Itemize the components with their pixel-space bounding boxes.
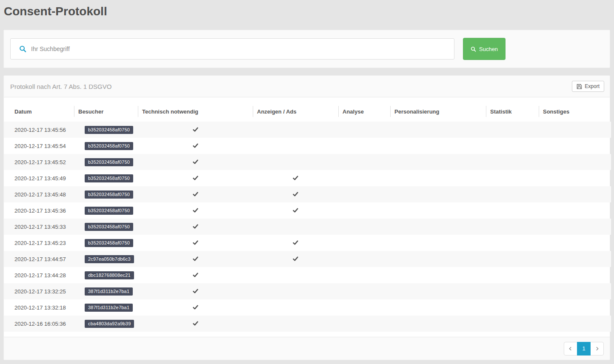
consent-cell-personalisierung (390, 316, 486, 332)
consent-cell-technisch-notwendig (138, 316, 253, 332)
consent-cell-personalisierung (390, 122, 486, 138)
row-date: 2020-12-17 13:45:48 (4, 186, 74, 202)
consent-cell-anzeigen-ads (253, 251, 338, 267)
check-icon (193, 143, 198, 148)
col-header-anzeigen-ads: Anzeigen / Ads (253, 103, 338, 122)
row-visitor-cell: b352032458af0750 (74, 235, 138, 251)
row-visitor-cell: b352032458af0750 (74, 186, 138, 202)
check-icon (193, 176, 198, 180)
consent-cell-anzeigen-ads (253, 267, 338, 283)
consent-cell-analyse (338, 299, 390, 316)
consent-cell-analyse (338, 186, 390, 202)
consent-cell-technisch-notwendig (138, 138, 253, 154)
table-row: 2020-12-17 13:45:33 b352032458af0750 (4, 219, 611, 235)
table-row: 2020-12-17 13:45:48 b352032458af0750 (4, 186, 611, 202)
consent-cell-analyse (338, 316, 390, 332)
table-row: 2020-12-17 13:44:28 dbc182768808ec21 (4, 267, 611, 283)
consent-cell-personalisierung (390, 202, 486, 219)
visitor-badge: b352032458af0750 (85, 207, 133, 215)
check-icon (193, 321, 198, 326)
consent-cell-anzeigen-ads (253, 170, 338, 186)
pagination: 1 (564, 342, 604, 355)
table-row: 2020-12-17 13:45:54 b352032458af0750 (4, 138, 611, 154)
chevron-right-icon (594, 346, 600, 351)
consent-cell-technisch-notwendig (138, 219, 253, 235)
consent-cell-statistik (486, 170, 539, 186)
consent-cell-statistik (486, 219, 539, 235)
col-header-sonstiges: Sonstiges (539, 103, 611, 122)
row-visitor-cell: b352032458af0750 (74, 154, 138, 170)
consent-cell-anzeigen-ads (253, 235, 338, 251)
consent-cell-personalisierung (390, 251, 486, 267)
row-date: 2020-12-17 13:44:57 (4, 251, 74, 267)
consent-cell-analyse (338, 283, 390, 299)
search-input[interactable] (10, 38, 454, 60)
consent-cell-statistik (486, 202, 539, 219)
search-button[interactable]: Suchen (463, 38, 505, 60)
check-icon (193, 192, 198, 196)
table-row: 2020-12-17 13:44:57 2c97ea050b7db6c3 (4, 251, 611, 267)
row-date: 2020-12-17 13:44:28 (4, 267, 74, 283)
consent-cell-technisch-notwendig (138, 202, 253, 219)
consent-cell-analyse (338, 235, 390, 251)
search-panel: Suchen (3, 30, 610, 68)
row-visitor-cell: 387f1d311b2e7ba1 (74, 283, 138, 299)
row-visitor-cell: 2c97ea050b7db6c3 (74, 251, 138, 267)
consent-cell-technisch-notwendig (138, 154, 253, 170)
table-row: 2020-12-17 13:32:18 387f1d311b2e7ba1 (4, 299, 611, 316)
visitor-badge: dbc182768808ec21 (85, 271, 134, 279)
consent-cell-technisch-notwendig (138, 283, 253, 299)
consent-cell-sonstiges (539, 138, 611, 154)
pagination-page-1-button[interactable]: 1 (577, 342, 591, 355)
consent-cell-personalisierung (390, 138, 486, 154)
consent-cell-sonstiges (539, 267, 611, 283)
consent-cell-technisch-notwendig (138, 122, 253, 138)
consent-cell-statistik (486, 235, 539, 251)
consent-cell-technisch-notwendig (138, 251, 253, 267)
check-icon (193, 305, 198, 310)
consent-cell-sonstiges (539, 299, 611, 316)
consent-cell-anzeigen-ads (253, 154, 338, 170)
row-visitor-cell: b352032458af0750 (74, 138, 138, 154)
consent-cell-statistik (486, 154, 539, 170)
consent-cell-analyse (338, 251, 390, 267)
consent-cell-sonstiges (539, 186, 611, 202)
consent-cell-statistik (486, 138, 539, 154)
pagination-prev-button[interactable] (564, 342, 577, 355)
visitor-badge: b352032458af0750 (85, 126, 133, 134)
consent-cell-statistik (486, 186, 539, 202)
row-date: 2020-12-17 13:45:49 (4, 170, 74, 186)
visitor-badge: b352032458af0750 (85, 239, 133, 247)
visitor-badge: b352032458af0750 (85, 142, 133, 150)
table-row: 2020-12-17 13:45:23 b352032458af0750 (4, 235, 611, 251)
col-header-statistik: Statistik (486, 103, 539, 122)
protocol-panel-header: Protokoll nach Art. 7 Abs. 1 DSGVO Expor… (4, 76, 610, 97)
check-icon (293, 176, 298, 180)
consent-cell-anzeigen-ads (253, 219, 338, 235)
pagination-next-button[interactable] (590, 342, 604, 355)
consent-cell-sonstiges (539, 316, 611, 332)
visitor-badge: b352032458af0750 (85, 158, 133, 166)
row-date: 2020-12-17 13:45:36 (4, 202, 74, 219)
col-header-besucher: Besucher (74, 103, 138, 122)
consent-cell-statistik (486, 283, 539, 299)
check-icon (193, 273, 198, 277)
consent-cell-technisch-notwendig (138, 267, 253, 283)
col-header-technisch-notwendig: Technisch notwendig (138, 103, 253, 122)
check-icon (193, 159, 198, 164)
export-button[interactable]: Export (572, 81, 604, 92)
visitor-badge: b352032458af0750 (85, 191, 133, 199)
consent-table-wrap: Datum Besucher Technisch notwendig Anzei… (4, 97, 610, 337)
consent-cell-personalisierung (390, 283, 486, 299)
table-row: 2020-12-17 13:32:25 387f1d311b2e7ba1 (4, 283, 611, 299)
consent-cell-sonstiges (539, 219, 611, 235)
table-row: 2020-12-17 13:45:56 b352032458af0750 (4, 122, 611, 138)
consent-cell-statistik (486, 122, 539, 138)
consent-cell-technisch-notwendig (138, 170, 253, 186)
consent-cell-anzeigen-ads (253, 138, 338, 154)
visitor-badge: b352032458af0750 (85, 223, 133, 231)
row-date: 2020-12-16 16:05:36 (4, 316, 74, 332)
check-icon (193, 208, 198, 213)
consent-cell-analyse (338, 122, 390, 138)
row-date: 2020-12-17 13:45:33 (4, 219, 74, 235)
